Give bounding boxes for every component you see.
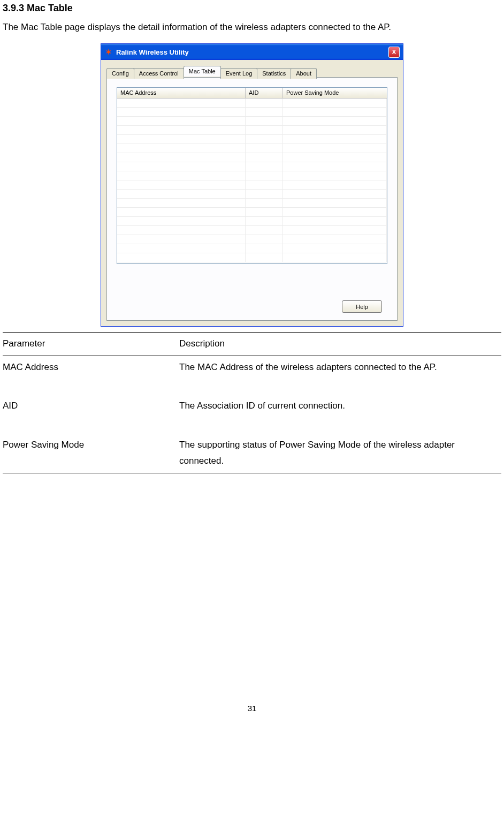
dialog-body: Config Access Control Mac Table Event Lo… xyxy=(101,60,403,326)
param-name-aid: AID xyxy=(3,395,179,418)
table-row xyxy=(117,244,387,253)
dialog-window: ✶ Ralink Wireless Utility X Config Acces… xyxy=(101,43,403,327)
column-header-aid[interactable]: AID xyxy=(246,88,283,98)
intro-text: The Mac Table page displays the detail i… xyxy=(3,22,501,33)
table-row xyxy=(117,253,387,262)
param-desc-aid: The Association ID of current connection… xyxy=(179,395,501,418)
param-header-parameter: Parameter xyxy=(3,333,179,356)
listview-rows xyxy=(117,99,387,262)
table-row xyxy=(117,199,387,208)
table-row xyxy=(117,135,387,144)
parameter-table: Parameter Description MAC Address The MA… xyxy=(3,332,501,473)
tab-access-control[interactable]: Access Control xyxy=(134,68,184,79)
table-row xyxy=(117,162,387,171)
window-title: Ralink Wireless Utility xyxy=(116,48,388,56)
table-row xyxy=(117,144,387,153)
tab-event-log[interactable]: Event Log xyxy=(220,68,258,79)
table-row xyxy=(117,153,387,162)
dialog-bottom-bar: Help xyxy=(117,264,387,313)
tab-strip: Config Access Control Mac Table Event Lo… xyxy=(106,67,398,78)
page-number: 31 xyxy=(3,704,501,713)
param-name-power-saving-mode: Power Saving Mode xyxy=(3,434,179,473)
tab-config[interactable]: Config xyxy=(106,68,134,79)
param-header-description: Description xyxy=(179,333,501,356)
column-header-mac-address[interactable]: MAC Address xyxy=(117,88,246,98)
table-row xyxy=(117,108,387,117)
param-desc-mac-address: The MAC Address of the wireless adapters… xyxy=(179,356,501,379)
tab-about[interactable]: About xyxy=(291,68,317,79)
mac-table-listview[interactable]: MAC Address AID Power Saving Mode xyxy=(117,87,387,264)
screenshot-wrapper: ✶ Ralink Wireless Utility X Config Acces… xyxy=(3,43,501,327)
close-button[interactable]: X xyxy=(388,47,400,58)
param-name-mac-address: MAC Address xyxy=(3,356,179,379)
table-row xyxy=(117,226,387,235)
tab-mac-table[interactable]: Mac Table xyxy=(184,66,221,77)
column-header-power-saving-mode[interactable]: Power Saving Mode xyxy=(283,88,387,98)
tab-content: MAC Address AID Power Saving Mode xyxy=(106,77,398,321)
help-button[interactable]: Help xyxy=(342,300,382,313)
table-row xyxy=(117,190,387,199)
table-row xyxy=(117,171,387,180)
titlebar[interactable]: ✶ Ralink Wireless Utility X xyxy=(101,44,403,60)
close-icon: X xyxy=(392,49,396,55)
table-row xyxy=(117,180,387,190)
table-row xyxy=(117,99,387,108)
section-heading: 3.9.3 Mac Table xyxy=(3,3,501,14)
listview-header: MAC Address AID Power Saving Mode xyxy=(117,88,387,99)
table-row xyxy=(117,208,387,217)
table-row xyxy=(117,235,387,244)
app-icon: ✶ xyxy=(104,48,113,56)
table-row xyxy=(117,217,387,226)
param-desc-power-saving-mode: The supporting status of Power Saving Mo… xyxy=(179,434,501,473)
tab-statistics[interactable]: Statistics xyxy=(257,68,291,79)
table-row xyxy=(117,126,387,135)
table-row xyxy=(117,117,387,126)
